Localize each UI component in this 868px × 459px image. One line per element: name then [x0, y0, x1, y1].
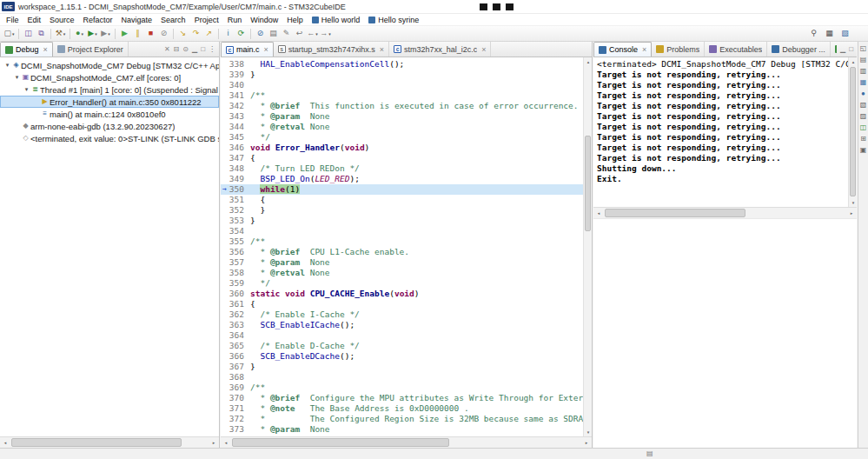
line-number[interactable]: 362 [229, 309, 250, 320]
instruction-stepping-button[interactable]: i [222, 27, 235, 41]
code-line[interactable]: 352 } [221, 205, 583, 216]
step-over-button[interactable]: ↷ [189, 27, 202, 41]
new-wizard-button[interactable]: ▢▾ [3, 27, 16, 41]
expressions-view-button[interactable]: ▧ [860, 102, 867, 109]
code-line[interactable]: 356 * @brief CPU L1-Cache enable. [221, 247, 583, 257]
debug-view-menu-button[interactable]: ⋮ [209, 46, 215, 53]
gutter-annotation[interactable] [221, 226, 229, 236]
editor-tab-startup-stm32h747xihx-s[interactable]: sstartup_stm32h747xihx.s× [274, 42, 389, 57]
gutter-annotation[interactable] [221, 195, 229, 205]
minimize-button[interactable] [480, 3, 487, 10]
modules-view-button[interactable]: ▣ [860, 147, 867, 154]
code-line[interactable]: 373 * @param None [221, 424, 583, 435]
gutter-annotation[interactable] [221, 362, 229, 372]
gutter-annotation[interactable] [221, 257, 229, 268]
code-line[interactable]: 342 * @brief This function is executed i… [221, 101, 583, 111]
menu-item-source[interactable]: Source [45, 14, 79, 26]
outline-view-button[interactable]: ▤ [860, 57, 867, 63]
collapse-all-button[interactable]: ⊟ [174, 46, 180, 53]
maximize-button[interactable] [493, 3, 500, 10]
remove-all-terminated-button[interactable]: ✕ [164, 46, 170, 53]
code-line[interactable]: 365 /* Enable D-Cache */ [221, 341, 583, 351]
gutter-annotation[interactable] [221, 424, 229, 435]
open-perspective-button[interactable]: ▦ [823, 27, 836, 41]
line-number[interactable]: 348 [229, 163, 250, 174]
line-number[interactable]: 344 [229, 122, 250, 132]
line-number[interactable]: 367 [229, 362, 250, 372]
code-line[interactable]: 351 { [221, 195, 583, 205]
console-maximize-button[interactable]: □ [849, 46, 853, 53]
code-line[interactable]: 359 */ [221, 278, 583, 289]
debug-tree-hscrollbar[interactable]: ◂ ▸ [0, 436, 219, 448]
code-line[interactable]: 364 [221, 330, 583, 341]
close-button[interactable] [506, 3, 514, 10]
code-area[interactable]: 338 HAL_EnableCompensationCell();339}340… [221, 57, 583, 436]
code-line[interactable]: 347{ [221, 153, 583, 163]
debug-tree-item[interactable]: ◆arm-none-eabi-gdb (13.2.90.20230627) [0, 120, 219, 132]
editor-vscrollbar[interactable]: ▴ ▾ [583, 57, 592, 436]
external-tools-button[interactable]: ▶▾ [99, 27, 112, 41]
console-hscrollbar[interactable]: ◂ ▸ [593, 207, 857, 218]
menu-item-search[interactable]: Search [156, 14, 190, 26]
gutter-annotation[interactable] [221, 341, 229, 351]
line-number[interactable]: 372 [229, 414, 250, 424]
code-line[interactable]: →350 while(1) [221, 184, 583, 195]
gutter-annotation[interactable] [221, 163, 229, 174]
view-tab-memory[interactable]: Memory [831, 42, 837, 57]
scroll-right-icon[interactable]: ▸ [209, 437, 219, 448]
line-number[interactable]: 357 [229, 257, 250, 268]
menu-item-navigate[interactable]: Navigate [117, 14, 157, 26]
code-line[interactable]: 366 SCB_EnableDCache(); [221, 351, 583, 362]
variables-view-button[interactable]: ▦ [860, 79, 867, 86]
collapse-arrow-icon[interactable]: ▾ [3, 62, 11, 69]
gutter-annotation[interactable] [221, 320, 229, 330]
console-output[interactable]: <terminated> DCMI_SnapshotMode_CM7 Debug… [593, 57, 848, 207]
gutter-annotation[interactable] [221, 382, 229, 393]
menu-item-hello-world[interactable]: Hello world [308, 14, 365, 26]
line-number[interactable]: 345 [229, 132, 250, 143]
search-icon[interactable]: ⚲ [807, 27, 820, 41]
code-line[interactable]: 346void Error_Handler(void) [221, 143, 583, 153]
line-number[interactable]: 352 [229, 205, 250, 216]
gutter-annotation[interactable] [221, 403, 229, 414]
debug-view-maximize-button[interactable]: □ [201, 46, 205, 53]
code-line[interactable]: 353} [221, 216, 583, 226]
restore-views-button[interactable]: ◱ [860, 45, 867, 52]
close-icon[interactable]: × [43, 45, 48, 54]
view-tab-debugger[interactable]: Debugger ... [767, 42, 831, 57]
gutter-annotation[interactable] [221, 393, 229, 403]
scroll-left-icon[interactable]: ◂ [0, 437, 10, 448]
code-line[interactable]: 362 /* Enable I-Cache */ [221, 309, 583, 320]
line-number[interactable]: 350 [229, 184, 250, 195]
debug-tree-item[interactable]: ▾▣DCMI_SnapshotMode_CM7.elf [cores: 0] [0, 71, 219, 83]
save-all-button[interactable]: ⧉ [35, 27, 48, 41]
gutter-annotation[interactable] [221, 247, 229, 257]
code-line[interactable]: 354 [221, 226, 583, 236]
menu-item-file[interactable]: File [2, 14, 23, 26]
gutter-annotation[interactable] [221, 351, 229, 362]
gutter-annotation[interactable] [221, 372, 229, 382]
terminate-button[interactable]: ■ [144, 27, 157, 41]
debug-tree-item[interactable]: ▶Error_Handler() at main.c:350 0x8011222 [0, 96, 219, 108]
line-number[interactable]: 361 [229, 299, 250, 309]
code-line[interactable]: 343 * @param None [221, 111, 583, 122]
gutter-annotation[interactable] [221, 268, 229, 278]
close-icon[interactable]: × [642, 45, 646, 54]
instruction-pointer-icon[interactable]: → [221, 184, 229, 195]
view-tab-debug[interactable]: Debug× [0, 42, 53, 57]
status-tray-icon[interactable]: ▤ [646, 450, 653, 457]
gutter-annotation[interactable] [221, 289, 229, 299]
debug-tree-item[interactable]: ▾◈DCMI_SnapshotMode_CM7 Debug [STM32 C/C… [0, 59, 219, 71]
menu-item-edit[interactable]: Edit [23, 14, 46, 26]
line-number[interactable]: 351 [229, 195, 250, 205]
skip-breakpoints-button[interactable]: ⊘ [254, 27, 267, 41]
close-icon[interactable]: × [481, 45, 486, 54]
back-button[interactable]: ←▾ [306, 27, 319, 41]
gutter-annotation[interactable] [221, 59, 229, 70]
save-button[interactable]: ◫ [22, 27, 35, 41]
gutter-annotation[interactable] [221, 122, 229, 132]
gutter-annotation[interactable] [221, 330, 229, 341]
scroll-left-icon[interactable]: ◂ [221, 437, 231, 448]
live-expressions-view-button[interactable]: ⊞ [860, 136, 866, 143]
line-number[interactable]: 341 [229, 90, 250, 101]
